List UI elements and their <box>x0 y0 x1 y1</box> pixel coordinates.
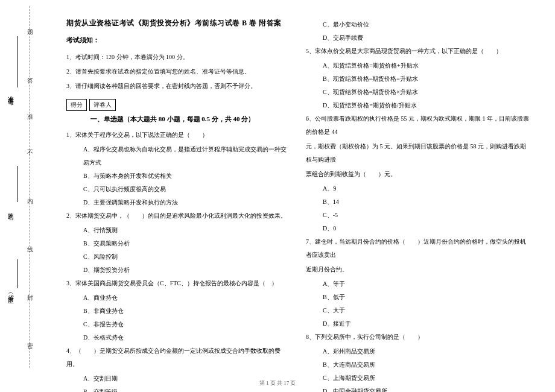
q2-opt-d: D、期货投资分析 <box>66 264 291 277</box>
exam-page: 密 封 线 内 不 准 答 题 省（市区） 姓名 准考证号 期货从业资格证考试《… <box>0 0 555 392</box>
q7-opt-c: C、大于 <box>306 304 531 317</box>
binding-char: 不 <box>25 145 34 147</box>
q3-opt-d: D、长格式持仓 <box>66 331 291 344</box>
right-column: C、最小变动价位 D、交易手续费 5、宋体点价交易是大宗商品现货贸易的一种方式，… <box>306 18 531 374</box>
q7-stem-line2: 近期月份合约。 <box>306 263 531 276</box>
q2-opt-b: B、交易策略分析 <box>66 237 291 250</box>
field-ticket: 准考证号 <box>6 90 23 97</box>
field-name-label: 姓名 <box>6 208 14 210</box>
field-province-line <box>17 259 17 288</box>
q8-opt-a: A、郑州商品交易所 <box>306 345 531 358</box>
q7-stem-line1: 7、建仓时，当远期月份合约的价格（ ）近期月份合约的价格时，做空头的投机者应该卖… <box>306 235 531 262</box>
page-footer: 第 1 页 共 17 页 <box>0 379 555 387</box>
grader-label: 评卷人 <box>89 99 116 111</box>
score-label: 得分 <box>66 99 87 111</box>
field-province: 省（市区） <box>6 289 23 297</box>
q5-opt-d: D、现货结算价格=期货价格/升贴水 <box>306 99 531 112</box>
q6-stem-line1: 6、公司股票看跌期权的执行价格是 55 元，期权为欧式期权，期限 1 年，目前该… <box>306 112 531 139</box>
notice-item: 2、请首先按要求在试卷的指定位置填写您的姓名、准考证号等信息。 <box>66 65 291 78</box>
binding-char: 线 <box>25 241 34 244</box>
q5-opt-c: C、现货结算价格=期货价格×升贴水 <box>306 86 531 99</box>
q4-opt-d: D、交易手续费 <box>306 31 531 45</box>
q2-stem: 2、宋体期货交易中，（ ）的目的是追求风险最小化或利润最大化的投资效果。 <box>66 209 291 223</box>
q2-opt-c: C、风险控制 <box>66 250 291 264</box>
content-columns: 期货从业资格证考试《期货投资分析》考前练习试卷 B 卷 附答案 考试须知： 1、… <box>66 18 531 374</box>
field-ticket-line <box>17 36 17 87</box>
notice-title: 考试须知： <box>66 36 291 45</box>
q1-stem: 1、宋体关于程序化交易，以下说法正确的是（ ） <box>66 128 291 142</box>
q3-stem: 3、宋体美国商品期货交易委员会（C、FTC、）持仓报告的最核心内容是（ ） <box>66 277 291 290</box>
q4-opt-c: C、最小变动价位 <box>306 18 531 31</box>
q5-stem: 5、宋体点价交易是大宗商品现货贸易的一种方式，以下正确的是（ ） <box>306 45 531 58</box>
q1-opt-a: A、程序化交易也称为自动化交易，是指通过计算程序辅助完成交易的一种交易方式 <box>66 143 291 169</box>
q7-opt-a: A、等于 <box>306 277 531 291</box>
q4-stem: 4、（ ）是期货交易所按成交合约金额的一定比例或按成交合约手数收取的费用。 <box>66 344 291 371</box>
q6-stem-line3: 票组合的到期收益为（ ）元。 <box>306 168 531 181</box>
binding-char: 密 <box>25 338 34 340</box>
q8-opt-b: B、大连商品交易所 <box>306 358 531 371</box>
q6-opt-d: D、0 <box>306 222 531 235</box>
exam-title: 期货从业资格证考试《期货投资分析》考前练习试卷 B 卷 附答案 <box>66 18 291 28</box>
q6-opt-b: B、14 <box>306 195 531 209</box>
binding-char: 内 <box>25 193 34 195</box>
q8-stem: 8、下列交易所中，实行公司制的是（ ） <box>306 330 531 344</box>
field-province-label: 省（市区） <box>6 289 14 296</box>
q2-opt-a: A、行情预测 <box>66 224 291 237</box>
section-title: 一、单选题（本大题共 80 小题，每题 0.5 分，共 40 分） <box>90 115 291 124</box>
q7-opt-b: B、低于 <box>306 291 531 304</box>
q6-stem-line2: 元，期权费（期权价格）为 5 元。如果到期日该股票的价格是 58 元，则购进看跌… <box>306 140 531 166</box>
left-column: 期货从业资格证考试《期货投资分析》考前练习试卷 B 卷 附答案 考试须知： 1、… <box>66 18 291 374</box>
binding-char: 准 <box>25 109 34 111</box>
binding-char: 题 <box>25 24 34 27</box>
q3-opt-b: B、非商业持仓 <box>66 305 291 318</box>
q6-opt-c: C、-5 <box>306 209 531 222</box>
binding-char: 封 <box>25 289 34 292</box>
binding-char: 答 <box>25 72 34 75</box>
q1-opt-b: B、与策略本身的开发和优劣相关 <box>66 169 291 183</box>
q1-opt-d: D、主要强调策略开发和执行的方法 <box>66 196 291 209</box>
q1-opt-c: C、只可以执行频度很高的交易 <box>66 183 291 196</box>
q7-opt-d: D、接近于 <box>306 317 531 330</box>
field-name: 姓名 <box>6 205 23 212</box>
q5-opt-b: B、现货结算价格=期货价格=升贴水 <box>306 72 531 86</box>
field-ticket-label: 准考证号 <box>6 91 14 96</box>
q6-opt-a: A、9 <box>306 182 531 195</box>
score-row: 得分 评卷人 <box>66 99 291 111</box>
q3-opt-a: A、商业持仓 <box>66 291 291 305</box>
q3-opt-c: C、非报告持仓 <box>66 318 291 331</box>
q5-opt-a: A、现货结算价格=期货价格+升贴水 <box>306 59 531 72</box>
notice-item: 3、请仔细阅读各种题目的回答要求，在密封线内答题，否则不予评分。 <box>66 80 291 93</box>
notice-item: 1、考试时间：120 分钟，本卷满分为 100 分。 <box>66 51 291 64</box>
binding-dashed-line <box>29 6 30 368</box>
field-name-line <box>17 166 17 202</box>
